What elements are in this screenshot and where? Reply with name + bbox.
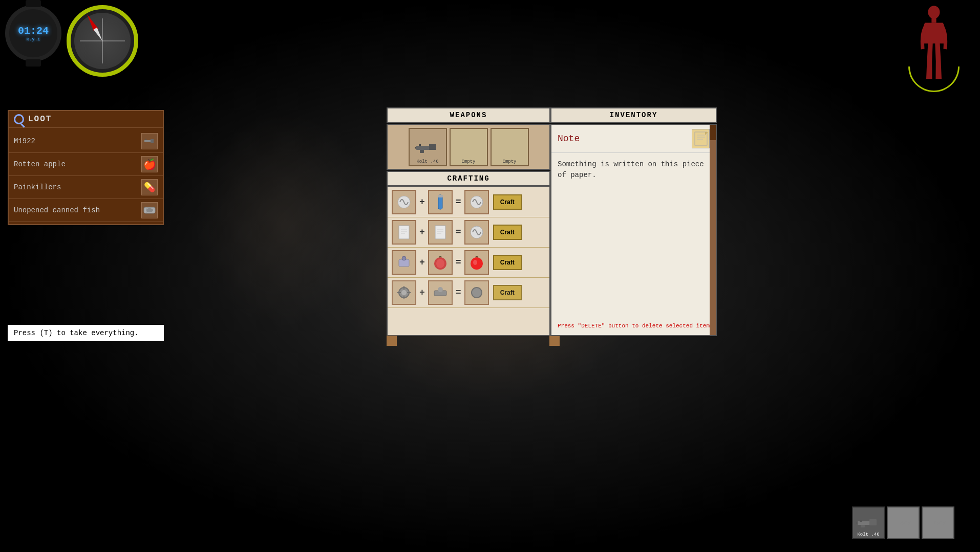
svg-rect-17 xyxy=(399,226,409,239)
craft-result-2 xyxy=(464,220,489,245)
svg-rect-11 xyxy=(420,150,424,153)
weapon-slot-1-label: Kolt .46 xyxy=(416,159,438,164)
note-icon xyxy=(692,129,710,148)
hotbar-slot-2[interactable]: Empty xyxy=(887,506,920,539)
note-delete-hint: Press "DELETE" button to delete selected… xyxy=(551,321,716,331)
svg-point-33 xyxy=(401,290,407,295)
craft-plus-3: + xyxy=(418,257,426,268)
hotbar-slot-3-label: Empty xyxy=(930,520,946,526)
craft-ingredient-4a xyxy=(392,280,416,305)
svg-rect-49 xyxy=(861,525,865,527)
craft-recipe-2: + = Craft xyxy=(388,217,549,248)
crafting-bar: CRAFTING xyxy=(387,171,550,186)
svg-rect-4 xyxy=(145,139,146,140)
weapon-slot-1-icon xyxy=(415,137,440,157)
watch-strap-top xyxy=(26,0,41,7)
loot-item-name-rotten-apple: Rotten apple xyxy=(14,160,66,168)
hotbar-slot-1[interactable]: Kolt .46 xyxy=(852,506,885,539)
weapons-bar: WEAPONS xyxy=(387,107,550,123)
press-t-hint: Press (T) to take everything. xyxy=(8,325,164,341)
corner-decor-bl xyxy=(387,336,397,346)
craft-plus-1: + xyxy=(418,197,426,207)
loot-item-painkillers[interactable]: Painkillers 💊 xyxy=(9,176,163,199)
craft-button-3[interactable]: Craft xyxy=(493,255,522,270)
craft-result-3 xyxy=(464,250,489,275)
hotbar-slot-2-label: Empty xyxy=(896,520,911,526)
craft-button-2[interactable]: Craft xyxy=(493,225,522,240)
weapons-slots-area: Kolt .46 Empty Empty xyxy=(387,124,550,170)
inventory-bar: INVENTORY xyxy=(550,107,717,123)
inventory-scrollbar-thumb xyxy=(710,125,716,140)
weapon-slot-1[interactable]: Kolt .46 xyxy=(409,128,447,166)
weapon-slot-3-label: Empty xyxy=(502,159,516,164)
inventory-scrollbar[interactable] xyxy=(710,125,716,335)
svg-rect-3 xyxy=(151,139,154,143)
watches-container: 01:24 к.у.і xyxy=(5,5,138,77)
loot-item-icon-rotten-apple: 🍎 xyxy=(141,156,158,172)
craft-recipe-3: + = Craft xyxy=(388,248,549,278)
search-icon xyxy=(14,114,24,124)
loot-items-list: M1922 Rotten apple 🍎 Painkillers 💊 Unope… xyxy=(9,128,163,224)
inventory-note-title: Note xyxy=(558,134,580,144)
craft-ingredient-4b xyxy=(428,280,453,305)
hotbar-slot-1-icon xyxy=(856,513,881,533)
craft-ingredient-1a xyxy=(392,190,416,214)
digital-watch: 01:24 к.у.і xyxy=(5,5,61,61)
svg-rect-48 xyxy=(860,520,862,522)
svg-rect-15 xyxy=(438,195,443,197)
crafting-title: CRAFTING xyxy=(447,174,489,183)
weapon-slot-2[interactable]: Empty xyxy=(450,128,488,166)
loot-panel: LOOT M1922 Rotten apple 🍎 Painkillers 💊 … xyxy=(8,110,164,225)
svg-rect-21 xyxy=(435,226,445,239)
craft-ingredient-3b xyxy=(428,250,453,275)
svg-rect-1 xyxy=(931,18,936,23)
loot-header: LOOT xyxy=(9,111,163,128)
loot-item-m1922[interactable]: M1922 xyxy=(9,130,163,153)
health-arc xyxy=(908,67,960,92)
svg-point-0 xyxy=(928,6,940,18)
corner-decor-br xyxy=(549,336,560,346)
loot-item-name-canned-fish: Unopened canned fish xyxy=(14,206,100,214)
loot-item-icon-canned-fish xyxy=(141,202,158,218)
watch-strap-bottom xyxy=(26,59,41,67)
note-description: Something is written on this piece of pa… xyxy=(558,160,704,179)
craft-ingredient-2b xyxy=(428,220,453,245)
inventory-title: INVENTORY xyxy=(610,111,658,119)
craft-recipe-4: + = Craft xyxy=(388,278,549,308)
craft-recipe-1: + = Craft xyxy=(388,187,549,217)
svg-point-29 xyxy=(436,259,444,268)
craft-plus-2: + xyxy=(418,227,426,237)
loot-item-rotten-apple[interactable]: Rotten apple 🍎 xyxy=(9,153,163,176)
loot-item-canned-fish[interactable]: Unopened canned fish xyxy=(9,199,163,222)
craft-result-1 xyxy=(464,190,489,214)
weapon-slot-3[interactable]: Empty xyxy=(491,128,529,166)
loot-item-icon-painkillers: 💊 xyxy=(141,179,158,195)
loot-item-name-m1922: M1922 xyxy=(14,137,35,145)
note-content: Something is written on this piece of pa… xyxy=(551,153,716,187)
craft-button-1[interactable]: Craft xyxy=(493,194,522,210)
compass-watch xyxy=(67,5,138,77)
body-silhouette xyxy=(913,5,954,92)
press-t-text: Press (T) to take everything. xyxy=(14,329,139,337)
svg-rect-47 xyxy=(869,519,877,525)
hotbar-slots: Kolt .46 Empty Empty xyxy=(852,506,954,539)
svg-point-6 xyxy=(146,208,153,212)
craft-button-4[interactable]: Craft xyxy=(493,285,522,300)
watch-date: к.у.і xyxy=(26,37,40,42)
svg-rect-2 xyxy=(144,140,152,142)
craft-ingredient-1b xyxy=(428,190,453,214)
craft-result-4 xyxy=(464,280,489,305)
craft-equals-2: = xyxy=(455,227,462,237)
weapons-title: WEAPONS xyxy=(450,111,487,119)
weapon-slot-2-label: Empty xyxy=(461,159,475,164)
hotbar-slot-3[interactable]: Empty xyxy=(922,506,954,539)
craft-equals-1: = xyxy=(455,197,462,207)
craft-ingredient-3a xyxy=(392,250,416,275)
svg-point-40 xyxy=(472,288,482,298)
compass-face xyxy=(74,13,131,69)
craft-plus-4: + xyxy=(418,288,426,298)
loot-title: LOOT xyxy=(28,115,52,124)
svg-rect-9 xyxy=(429,144,436,150)
hotbar: Kolt .46 Empty Empty xyxy=(852,506,954,539)
watch-time: 01:24 xyxy=(18,25,49,37)
